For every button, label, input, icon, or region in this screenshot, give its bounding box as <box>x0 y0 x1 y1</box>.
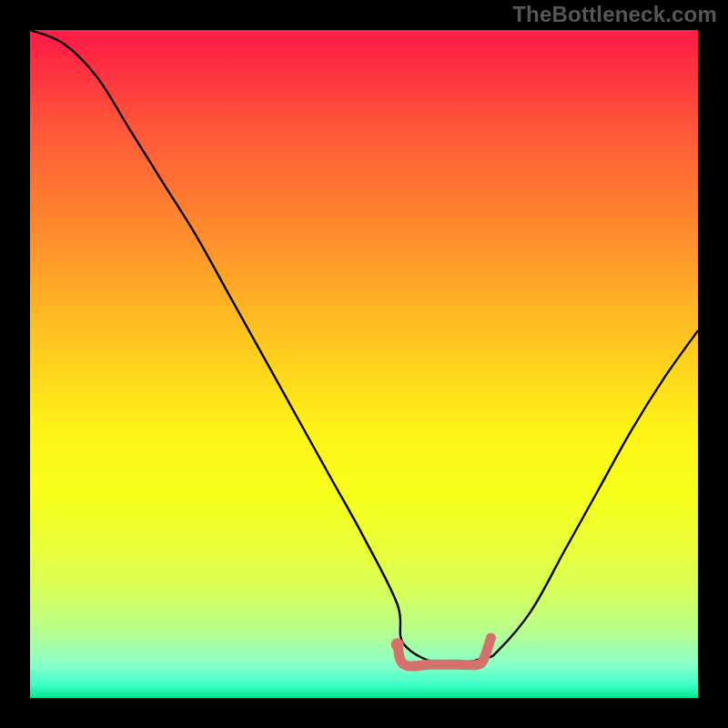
chart-svg <box>30 30 698 698</box>
plot-area <box>30 30 698 698</box>
bottleneck-curve <box>30 30 698 665</box>
optimal-start-dot <box>391 638 404 651</box>
watermark-text: TheBottleneck.com <box>512 2 717 27</box>
chart-frame: TheBottleneck.com <box>0 0 728 728</box>
